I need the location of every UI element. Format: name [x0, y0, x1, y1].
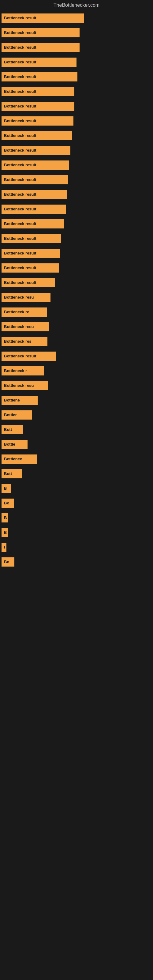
bar-row: B — [0, 513, 153, 522]
bar-row: Bottlene — [0, 396, 153, 405]
bar-row: Bottleneck result — [0, 161, 153, 170]
bottleneck-bar: Bottlenec — [2, 455, 37, 464]
bar-row: Bott — [0, 469, 153, 478]
bar-row: Bottleneck result — [0, 175, 153, 185]
bar-row: Bottleneck result — [0, 72, 153, 81]
bottleneck-bar: Bottleneck result — [2, 205, 66, 214]
bar-row: Bottleneck result — [0, 28, 153, 37]
bottleneck-bar: B — [2, 484, 11, 493]
bottleneck-bar: Bottleneck resu — [2, 322, 49, 331]
bottleneck-bar: Bottleneck result — [2, 146, 70, 155]
bars-container: Bottleneck resultBottleneck resultBottle… — [0, 10, 153, 575]
bar-row: Bottlenec — [0, 455, 153, 464]
bottleneck-bar: Bottleneck result — [2, 278, 55, 287]
bottleneck-bar: Bottleneck result — [2, 161, 69, 170]
bottleneck-bar: B — [2, 513, 8, 522]
bottleneck-bar: Bottleneck re — [2, 307, 47, 317]
bottleneck-bar: Bottleneck resu — [2, 293, 51, 302]
bottleneck-bar: Bottleneck result — [2, 234, 61, 243]
bar-row: I — [0, 542, 153, 552]
bar-row: Bottleneck result — [0, 116, 153, 126]
bottleneck-bar: Bottleneck result — [2, 175, 68, 185]
site-title: TheBottlenecker.com — [0, 0, 153, 10]
bar-row: Bottler — [0, 410, 153, 420]
bottleneck-bar: Bottleneck res — [2, 337, 48, 346]
bar-row: Bottleneck result — [0, 102, 153, 111]
bar-row: Bottleneck res — [0, 337, 153, 346]
bottleneck-bar: Bottleneck result — [2, 190, 67, 199]
bar-row: Bottleneck result — [0, 87, 153, 96]
bar-row: Bottle — [0, 440, 153, 449]
bottleneck-bar: Bottleneck result — [2, 28, 80, 37]
bar-row: Bottleneck result — [0, 13, 153, 23]
bottleneck-bar: Bottleneck result — [2, 87, 74, 96]
bottleneck-bar: Bottleneck result — [2, 219, 64, 229]
bar-row: Bottleneck re — [0, 307, 153, 317]
bar-row: Bottleneck result — [0, 219, 153, 229]
bar-row: Bottleneck result — [0, 352, 153, 361]
bar-row: Bottleneck resu — [0, 381, 153, 390]
bar-row: Bottleneck result — [0, 263, 153, 272]
bar-row: B — [0, 528, 153, 537]
bottleneck-bar: Bottleneck result — [2, 116, 73, 126]
bar-row: Bottleneck r — [0, 366, 153, 375]
bar-row: Bottleneck resu — [0, 322, 153, 331]
bar-row: B — [0, 484, 153, 493]
bottleneck-bar: Bottle — [2, 440, 27, 449]
bar-row: Bottleneck resu — [0, 293, 153, 302]
bottleneck-bar: I — [2, 542, 6, 552]
bottleneck-bar: Bott — [2, 425, 23, 434]
bar-row: Bo — [0, 557, 153, 566]
bottleneck-bar: Bottleneck result — [2, 57, 76, 67]
bar-row: Bottleneck result — [0, 190, 153, 199]
bottleneck-bar: Bottleneck result — [2, 43, 80, 52]
bottleneck-bar: Bottlene — [2, 396, 38, 405]
bottleneck-bar: Bottleneck result — [2, 249, 60, 258]
bottleneck-bar: Bottleneck r — [2, 366, 44, 375]
bar-row: Bottleneck result — [0, 249, 153, 258]
bar-row: Bottleneck result — [0, 278, 153, 287]
bar-row: Bottleneck result — [0, 205, 153, 214]
bar-row: Bo — [0, 499, 153, 508]
bottleneck-bar: Bottleneck result — [2, 263, 59, 272]
bottleneck-bar: Bottleneck result — [2, 131, 72, 140]
bottleneck-bar: Bo — [2, 499, 14, 508]
bottleneck-bar: Bott — [2, 469, 22, 478]
bottleneck-bar: Bottleneck result — [2, 352, 56, 361]
bottleneck-bar: Bottleneck result — [2, 102, 74, 111]
bar-row: Bott — [0, 425, 153, 434]
bottleneck-bar: Bo — [2, 557, 14, 566]
bar-row: Bottleneck result — [0, 43, 153, 52]
bottleneck-bar: Bottleneck result — [2, 72, 77, 81]
bottleneck-bar: Bottleneck result — [2, 13, 84, 23]
bar-row: Bottleneck result — [0, 234, 153, 243]
bottleneck-bar: Bottler — [2, 410, 32, 420]
bar-row: Bottleneck result — [0, 57, 153, 67]
bar-row: Bottleneck result — [0, 131, 153, 140]
bar-row: Bottleneck result — [0, 146, 153, 155]
bottleneck-bar: Bottleneck resu — [2, 381, 48, 390]
bottleneck-bar: B — [2, 528, 8, 537]
